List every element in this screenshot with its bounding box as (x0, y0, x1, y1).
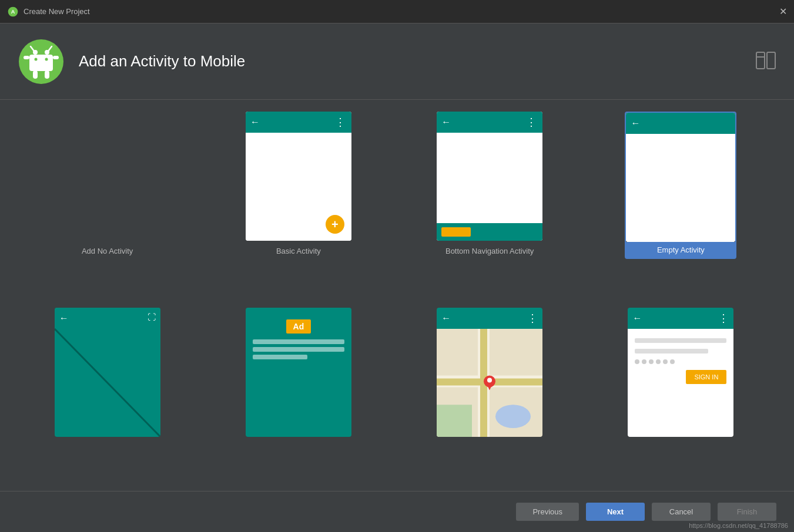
page-title: Add an Activity to Mobile (79, 52, 245, 70)
ad-lines (253, 339, 344, 359)
basic-activity-preview: ← ⋮ + (246, 112, 351, 241)
close-button[interactable]: ✕ (779, 7, 787, 16)
svg-line-17 (55, 329, 160, 437)
no-activity-preview (55, 112, 160, 241)
header: Add an Activity to Mobile (0, 23, 794, 100)
ad-badge: Ad (286, 319, 311, 334)
card-basic-activity[interactable]: ← ⋮ + Basic Activity (209, 112, 388, 296)
ad-preview: Ad (246, 308, 351, 437)
previous-button[interactable]: Previous (516, 503, 579, 521)
svg-rect-13 (53, 56, 59, 59)
card-fullscreen-activity[interactable]: ← ⛶ (18, 308, 197, 480)
next-button[interactable]: Next (586, 503, 645, 521)
no-activity-label: Add No Activity (82, 247, 133, 255)
svg-rect-10 (33, 70, 38, 79)
footer: Previous Next Cancel Finish (0, 491, 794, 532)
maps-preview: ← ⋮ (437, 308, 542, 437)
svg-rect-24 (437, 405, 472, 437)
card-bottom-nav-activity[interactable]: ← ⋮ Bottom Navigation Activity (400, 112, 579, 296)
svg-rect-15 (767, 52, 775, 69)
card-ad-activity[interactable]: Ad (209, 308, 388, 480)
android-studio-icon: A (7, 6, 19, 18)
activity-grid: Add No Activity ← ⋮ + Basic Activity (18, 112, 776, 479)
title-bar: A Create New Project ✕ (0, 0, 794, 23)
cancel-button[interactable]: Cancel (652, 503, 711, 521)
svg-text:A: A (11, 9, 15, 15)
svg-rect-3 (29, 55, 53, 71)
view-toggle-icon[interactable] (755, 50, 776, 73)
login-btn-preview: SIGN IN (686, 370, 726, 384)
bottom-nav-preview: ← ⋮ (437, 112, 542, 241)
svg-point-8 (35, 58, 38, 60)
title-bar-text: Create New Project (24, 7, 90, 16)
main-content: Add No Activity ← ⋮ + Basic Activity (0, 100, 794, 491)
basic-activity-label: Basic Activity (276, 247, 321, 255)
title-bar-left: A Create New Project (7, 6, 90, 18)
card-no-activity[interactable]: Add No Activity (18, 112, 197, 296)
svg-point-27 (487, 378, 492, 382)
fullscreen-preview: ← ⛶ (55, 308, 160, 437)
svg-rect-12 (24, 56, 29, 59)
empty-activity-label: Empty Activity (626, 242, 735, 258)
svg-point-9 (45, 58, 48, 60)
card-maps-activity[interactable]: ← ⋮ (400, 308, 579, 480)
empty-activity-preview: ← (626, 113, 735, 242)
svg-rect-11 (45, 70, 49, 79)
watermark: https://blog.csdn.net/qq_41788786 (689, 522, 788, 529)
svg-rect-14 (756, 52, 765, 69)
card-login-activity[interactable]: ← ⋮ SIGN IN (591, 308, 770, 480)
bottom-nav-label: Bottom Navigation Activity (445, 247, 534, 255)
svg-point-23 (495, 405, 531, 428)
card-empty-activity[interactable]: ← Empty Activity (591, 112, 770, 296)
finish-button[interactable]: Finish (718, 503, 776, 521)
android-logo (18, 38, 65, 85)
login-preview: ← ⋮ SIGN IN (628, 308, 733, 437)
